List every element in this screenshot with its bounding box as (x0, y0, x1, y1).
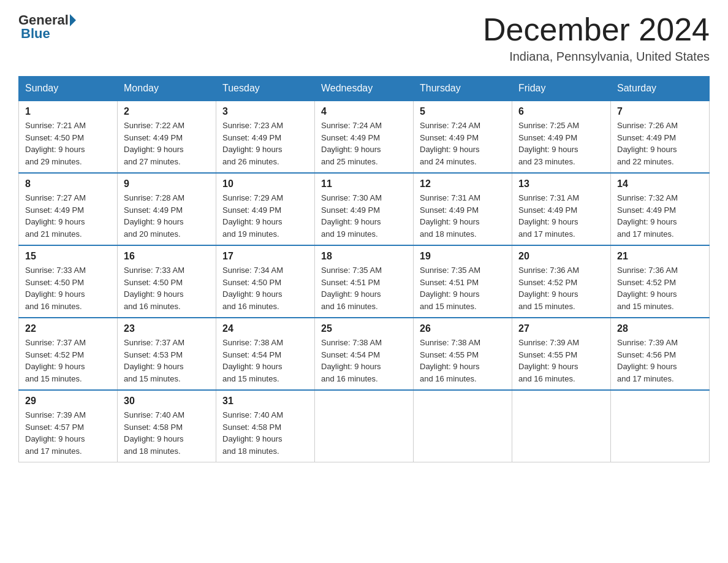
day-info: Sunrise: 7:36 AM Sunset: 4:52 PM Dayligh… (617, 264, 703, 312)
day-info: Sunrise: 7:35 AM Sunset: 4:51 PM Dayligh… (420, 264, 506, 312)
calendar-cell: 30 Sunrise: 7:40 AM Sunset: 4:58 PM Dayl… (118, 390, 216, 462)
day-number: 5 (420, 106, 506, 117)
day-info: Sunrise: 7:28 AM Sunset: 4:49 PM Dayligh… (124, 192, 210, 240)
calendar-cell: 17 Sunrise: 7:34 AM Sunset: 4:50 PM Dayl… (216, 245, 315, 318)
day-number: 12 (420, 178, 506, 190)
header-wednesday: Wednesday (315, 77, 414, 101)
day-info: Sunrise: 7:36 AM Sunset: 4:52 PM Dayligh… (518, 264, 604, 312)
day-number: 11 (321, 178, 407, 190)
day-info: Sunrise: 7:21 AM Sunset: 4:50 PM Dayligh… (25, 120, 111, 167)
calendar-cell: 31 Sunrise: 7:40 AM Sunset: 4:58 PM Dayl… (216, 390, 315, 462)
calendar-cell: 13 Sunrise: 7:31 AM Sunset: 4:49 PM Dayl… (512, 173, 611, 245)
calendar-cell: 1 Sunrise: 7:21 AM Sunset: 4:50 PM Dayli… (19, 101, 118, 173)
calendar-cell (611, 390, 710, 462)
day-number: 26 (420, 323, 506, 334)
calendar-cell: 29 Sunrise: 7:39 AM Sunset: 4:57 PM Dayl… (19, 390, 118, 462)
day-info: Sunrise: 7:31 AM Sunset: 4:49 PM Dayligh… (518, 192, 604, 240)
calendar-cell: 5 Sunrise: 7:24 AM Sunset: 4:49 PM Dayli… (414, 101, 512, 173)
day-number: 28 (617, 323, 703, 334)
logo-arrow-icon (70, 14, 76, 26)
calendar-cell: 23 Sunrise: 7:37 AM Sunset: 4:53 PM Dayl… (118, 318, 216, 390)
day-number: 21 (617, 251, 703, 262)
day-info: Sunrise: 7:22 AM Sunset: 4:49 PM Dayligh… (124, 120, 210, 167)
day-info: Sunrise: 7:25 AM Sunset: 4:49 PM Dayligh… (518, 120, 604, 167)
day-info: Sunrise: 7:31 AM Sunset: 4:49 PM Dayligh… (420, 192, 506, 240)
header-friday: Friday (512, 77, 611, 101)
day-info: Sunrise: 7:39 AM Sunset: 4:55 PM Dayligh… (518, 337, 604, 385)
day-info: Sunrise: 7:37 AM Sunset: 4:52 PM Dayligh… (25, 337, 111, 385)
day-number: 25 (321, 323, 407, 334)
calendar-cell (315, 390, 414, 462)
day-number: 9 (124, 178, 210, 190)
calendar-cell: 24 Sunrise: 7:38 AM Sunset: 4:54 PM Dayl… (216, 318, 315, 390)
calendar-cell: 16 Sunrise: 7:33 AM Sunset: 4:50 PM Dayl… (118, 245, 216, 318)
day-number: 7 (617, 106, 703, 117)
calendar-cell: 3 Sunrise: 7:23 AM Sunset: 4:49 PM Dayli… (216, 101, 315, 173)
header-sunday: Sunday (19, 77, 118, 101)
calendar-cell: 14 Sunrise: 7:32 AM Sunset: 4:49 PM Dayl… (611, 173, 710, 245)
calendar-cell: 10 Sunrise: 7:29 AM Sunset: 4:49 PM Dayl… (216, 173, 315, 245)
calendar-cell: 28 Sunrise: 7:39 AM Sunset: 4:56 PM Dayl… (611, 318, 710, 390)
day-info: Sunrise: 7:34 AM Sunset: 4:50 PM Dayligh… (222, 264, 308, 312)
day-number: 24 (222, 323, 308, 334)
day-number: 20 (518, 251, 604, 262)
calendar-cell: 9 Sunrise: 7:28 AM Sunset: 4:49 PM Dayli… (118, 173, 216, 245)
calendar-table: SundayMondayTuesdayWednesdayThursdayFrid… (18, 76, 710, 462)
day-number: 8 (25, 178, 111, 190)
title-block: December 2024 Indiana, Pennsylvania, Uni… (483, 12, 710, 64)
day-number: 22 (25, 323, 111, 334)
calendar-cell: 6 Sunrise: 7:25 AM Sunset: 4:49 PM Dayli… (512, 101, 611, 173)
calendar-cell (512, 390, 611, 462)
calendar-cell (414, 390, 512, 462)
day-number: 1 (25, 106, 111, 117)
day-info: Sunrise: 7:33 AM Sunset: 4:50 PM Dayligh… (25, 264, 111, 312)
day-number: 19 (420, 251, 506, 262)
day-number: 16 (124, 251, 210, 262)
day-number: 31 (222, 396, 308, 407)
day-number: 27 (518, 323, 604, 334)
calendar-cell: 19 Sunrise: 7:35 AM Sunset: 4:51 PM Dayl… (414, 245, 512, 318)
calendar-cell: 25 Sunrise: 7:38 AM Sunset: 4:54 PM Dayl… (315, 318, 414, 390)
header-tuesday: Tuesday (216, 77, 315, 101)
day-number: 29 (25, 396, 111, 407)
calendar-subtitle: Indiana, Pennsylvania, United States (483, 50, 710, 64)
calendar-cell: 21 Sunrise: 7:36 AM Sunset: 4:52 PM Dayl… (611, 245, 710, 318)
day-info: Sunrise: 7:39 AM Sunset: 4:57 PM Dayligh… (25, 409, 111, 457)
calendar-week-row: 29 Sunrise: 7:39 AM Sunset: 4:57 PM Dayl… (19, 390, 710, 462)
day-info: Sunrise: 7:38 AM Sunset: 4:54 PM Dayligh… (321, 337, 407, 385)
day-info: Sunrise: 7:32 AM Sunset: 4:49 PM Dayligh… (617, 192, 703, 240)
calendar-week-row: 15 Sunrise: 7:33 AM Sunset: 4:50 PM Dayl… (19, 245, 710, 318)
day-number: 30 (124, 396, 210, 407)
day-info: Sunrise: 7:35 AM Sunset: 4:51 PM Dayligh… (321, 264, 407, 312)
day-number: 4 (321, 106, 407, 117)
header-saturday: Saturday (611, 77, 710, 101)
day-number: 10 (222, 178, 308, 190)
calendar-cell: 20 Sunrise: 7:36 AM Sunset: 4:52 PM Dayl… (512, 245, 611, 318)
header-thursday: Thursday (414, 77, 512, 101)
day-info: Sunrise: 7:38 AM Sunset: 4:55 PM Dayligh… (420, 337, 506, 385)
day-info: Sunrise: 7:23 AM Sunset: 4:49 PM Dayligh… (222, 120, 308, 167)
day-number: 3 (222, 106, 308, 117)
day-info: Sunrise: 7:26 AM Sunset: 4:49 PM Dayligh… (617, 120, 703, 167)
calendar-week-row: 22 Sunrise: 7:37 AM Sunset: 4:52 PM Dayl… (19, 318, 710, 390)
day-number: 18 (321, 251, 407, 262)
calendar-cell: 26 Sunrise: 7:38 AM Sunset: 4:55 PM Dayl… (414, 318, 512, 390)
calendar-cell: 22 Sunrise: 7:37 AM Sunset: 4:52 PM Dayl… (19, 318, 118, 390)
day-info: Sunrise: 7:30 AM Sunset: 4:49 PM Dayligh… (321, 192, 407, 240)
calendar-header-row: SundayMondayTuesdayWednesdayThursdayFrid… (19, 77, 710, 101)
day-number: 17 (222, 251, 308, 262)
day-number: 14 (617, 178, 703, 190)
day-info: Sunrise: 7:39 AM Sunset: 4:56 PM Dayligh… (617, 337, 703, 385)
calendar-cell: 4 Sunrise: 7:24 AM Sunset: 4:49 PM Dayli… (315, 101, 414, 173)
day-info: Sunrise: 7:24 AM Sunset: 4:49 PM Dayligh… (321, 120, 407, 167)
day-info: Sunrise: 7:24 AM Sunset: 4:49 PM Dayligh… (420, 120, 506, 167)
day-info: Sunrise: 7:38 AM Sunset: 4:54 PM Dayligh… (222, 337, 308, 385)
day-info: Sunrise: 7:27 AM Sunset: 4:49 PM Dayligh… (25, 192, 111, 240)
day-number: 23 (124, 323, 210, 334)
calendar-week-row: 8 Sunrise: 7:27 AM Sunset: 4:49 PM Dayli… (19, 173, 710, 245)
calendar-title: December 2024 (483, 12, 710, 47)
page-header: General Blue December 2024 Indiana, Penn… (18, 12, 710, 64)
header-monday: Monday (118, 77, 216, 101)
calendar-cell: 11 Sunrise: 7:30 AM Sunset: 4:49 PM Dayl… (315, 173, 414, 245)
calendar-cell: 18 Sunrise: 7:35 AM Sunset: 4:51 PM Dayl… (315, 245, 414, 318)
